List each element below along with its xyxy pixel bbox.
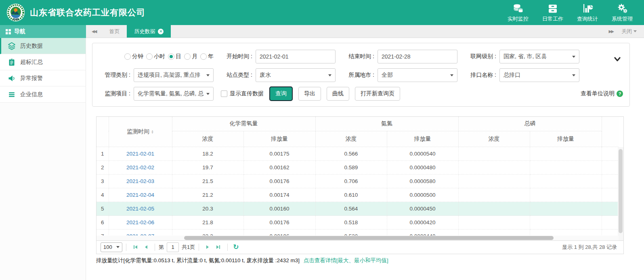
prev-page-button[interactable] <box>141 245 151 249</box>
horizontal-scrollbar[interactable] <box>96 236 619 240</box>
caret-down-icon <box>572 74 575 76</box>
date-link[interactable]: 2021-02-03 <box>109 175 172 188</box>
page-size-select[interactable]: 100 <box>101 242 122 252</box>
tab-bar: 导航 ◀◀ 首页 历史数据 ✕ ▶▶ 关闭 <box>0 25 644 38</box>
group-header-cod: 化学需氧量 <box>172 117 315 131</box>
start-time-input[interactable] <box>256 50 336 63</box>
outlet-select[interactable]: 总排口 <box>499 68 579 82</box>
value-cell <box>458 161 530 175</box>
collapse-filters-icon[interactable] <box>614 57 621 62</box>
header-nav: 实时监控 日常工作 查询统计 系统管理 <box>503 3 638 23</box>
sub-header-nh3-concentration: 浓度 <box>315 131 387 147</box>
overflow-cell <box>602 147 619 161</box>
city-select[interactable]: 全部 <box>378 68 457 82</box>
first-page-button[interactable] <box>130 245 141 249</box>
radio-icon[interactable] <box>184 53 191 60</box>
page-number-input[interactable] <box>167 242 179 252</box>
manage-category-label: 管理类别 : <box>99 72 134 79</box>
vertical-scrollbar[interactable] <box>618 147 623 240</box>
nav-title: 导航 <box>14 28 25 35</box>
value-cell: 0.0000480 <box>387 161 458 175</box>
tab-close-icon[interactable]: ✕ <box>158 29 164 34</box>
company-logo-icon: ZHB <box>6 3 25 22</box>
refresh-icon[interactable]: ↻ <box>231 243 240 251</box>
date-link[interactable]: 2021-02-05 <box>109 202 172 216</box>
nav-realtime-monitor[interactable]: 实时监控 <box>503 3 533 23</box>
value-cell: 0.518 <box>315 216 387 229</box>
filter-row-2: 管理类别 : 违规项目, 高架源, 重点排 站点类型 : 废水 所属地市 : 全… <box>99 68 623 82</box>
sidebar-item-label: 异常报警 <box>20 75 43 82</box>
sidebar-item-exceed-summary[interactable]: 超标汇总 <box>0 54 86 70</box>
period-radio-0[interactable]: 分钟 <box>124 53 143 60</box>
nav-query-stats[interactable]: 查询统计 <box>572 3 603 23</box>
sort-icon[interactable]: ▲▼ <box>151 130 154 134</box>
value-cell <box>458 175 530 188</box>
data-table-panel: 监测时间▲▼ 化学需氧量 氨氮 总磷 浓度 排放量 浓度 排放量 浓度 排放量 <box>96 116 624 254</box>
view-detail-link[interactable]: 点击查看详情[最大、最小和平均值] <box>304 257 388 263</box>
close-tabs-menu[interactable]: 关闭 <box>621 28 637 35</box>
gears-icon <box>617 3 628 14</box>
network-level-select[interactable]: 国家, 省, 市, 区县 <box>499 50 579 63</box>
tab-history-data[interactable]: 历史数据 ✕ <box>127 25 171 38</box>
period-radio-1[interactable]: 小时 <box>146 53 165 60</box>
value-cell: 0.0000580 <box>387 175 458 188</box>
value-cell: 0.00176 <box>243 175 315 188</box>
query-button[interactable]: 查询 <box>269 86 293 101</box>
end-time-input[interactable] <box>378 50 457 63</box>
sidebar-item-history-data[interactable]: 历史数据 <box>0 38 86 54</box>
period-radio-4[interactable]: 年 <box>200 53 214 60</box>
caret-down-icon <box>328 74 331 76</box>
period-radio-2[interactable]: 日 <box>168 53 181 60</box>
date-link[interactable]: 2021-02-01 <box>109 147 172 161</box>
nav-system-manage[interactable]: 系统管理 <box>607 3 638 23</box>
table-header: 监测时间▲▼ 化学需氧量 氨氮 总磷 浓度 排放量 浓度 排放量 浓度 排放量 <box>96 117 623 147</box>
export-button[interactable]: 导出 <box>298 87 321 101</box>
value-cell: 0.706 <box>315 175 387 188</box>
monitor-time-header[interactable]: 监测时间▲▼ <box>109 117 172 147</box>
tabs-scroll-left-icon[interactable]: ◀◀ <box>86 25 102 38</box>
value-cell: 18.2 <box>172 147 243 161</box>
divider <box>227 244 228 251</box>
value-cell: 21.5 <box>172 175 243 188</box>
tabs-scroll-right-icon[interactable]: ▶▶ <box>609 29 613 34</box>
value-cell: 0.00174 <box>243 188 315 202</box>
overflow-cell <box>602 216 619 229</box>
nav-label: 实时监控 <box>508 15 529 23</box>
clipboard-icon <box>8 58 16 66</box>
period-radio-label: 月 <box>192 53 197 60</box>
grid-icon <box>6 29 11 34</box>
archive-icon <box>548 3 558 14</box>
radio-icon[interactable] <box>124 53 131 60</box>
period-radio-3[interactable]: 月 <box>184 53 197 60</box>
direct-data-checkbox-wrap[interactable]: 显示直传数据 <box>221 90 264 97</box>
site-type-select[interactable]: 废水 <box>256 68 336 82</box>
value-cell <box>458 216 530 229</box>
manage-category-field: 管理类别 : 违规项目, 高架源, 重点排 <box>99 68 214 82</box>
sidebar-item-company-info[interactable]: 企业信息 <box>0 86 86 103</box>
value-cell <box>530 161 602 175</box>
open-new-query-button[interactable]: 打开新查询页 <box>355 87 400 101</box>
radio-icon[interactable] <box>146 53 153 60</box>
radio-icon[interactable] <box>200 53 207 60</box>
manage-category-select[interactable]: 违规项目, 高架源, 重点排 <box>134 68 214 82</box>
caret-down-icon <box>206 74 210 76</box>
last-page-button[interactable] <box>213 245 224 249</box>
city-field: 所属地市 : 全部 <box>343 68 457 82</box>
vertical-scrollbar-thumb[interactable] <box>619 149 623 233</box>
emission-stats-line: 排放量统计[化学需氧量:0.0513 t, 累计流量:0 t, 氨氮:0.001… <box>96 257 388 264</box>
direct-data-checkbox[interactable] <box>221 91 227 97</box>
date-link[interactable]: 2021-02-06 <box>109 216 172 229</box>
date-link[interactable]: 2021-02-02 <box>109 161 172 175</box>
horizontal-scrollbar-thumb[interactable] <box>184 236 554 240</box>
date-link[interactable]: 2021-02-04 <box>109 188 172 202</box>
tabs-right-controls: ▶▶ 关闭 <box>609 25 644 38</box>
value-cell: 0.566 <box>315 147 387 161</box>
radio-icon[interactable] <box>168 53 174 60</box>
next-page-button[interactable] <box>203 245 213 249</box>
sidebar-item-abnormal-alarm[interactable]: 异常报警 <box>0 70 86 86</box>
unit-description-link[interactable]: 查看单位说明 ? <box>581 90 623 97</box>
monitor-items-select[interactable]: 化学需氧量, 氨氮, 总磷, 总 <box>134 87 214 101</box>
tab-home[interactable]: 首页 <box>102 25 127 38</box>
nav-daily-work[interactable]: 日常工作 <box>537 3 568 23</box>
curve-button[interactable]: 曲线 <box>327 87 349 101</box>
